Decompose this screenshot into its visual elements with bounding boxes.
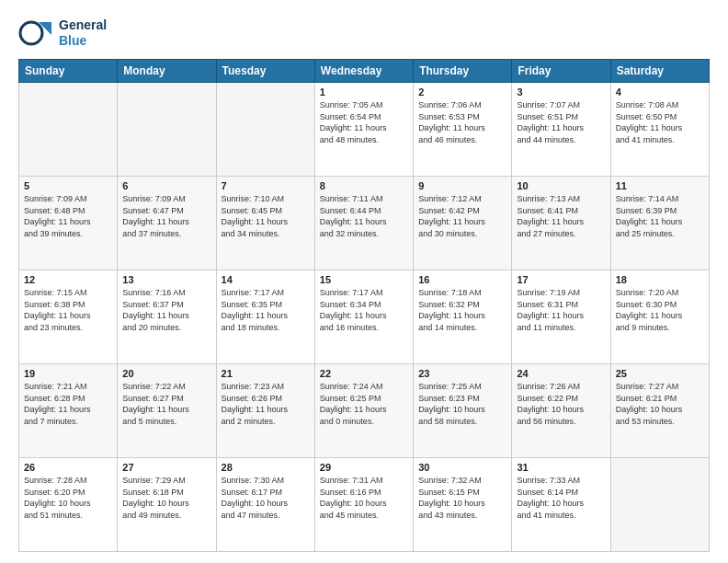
day-number: 10 — [517, 180, 605, 191]
day-number: 24 — [517, 368, 605, 379]
calendar-week-row: 26Sunrise: 7:28 AM Sunset: 6:20 PM Dayli… — [19, 458, 710, 552]
day-info: Sunrise: 7:07 AM Sunset: 6:51 PM Dayligh… — [517, 99, 605, 145]
day-info: Sunrise: 7:14 AM Sunset: 6:39 PM Dayligh… — [616, 193, 704, 239]
logo: GeneralBlue — [18, 15, 107, 52]
day-number: 6 — [122, 180, 210, 191]
page: GeneralBlue SundayMondayTuesdayWednesday… — [0, 0, 728, 563]
calendar-cell: 23Sunrise: 7:25 AM Sunset: 6:23 PM Dayli… — [414, 364, 512, 458]
day-number: 13 — [122, 274, 210, 285]
calendar-cell: 10Sunrise: 7:13 AM Sunset: 6:41 PM Dayli… — [512, 177, 610, 270]
calendar-cell: 14Sunrise: 7:17 AM Sunset: 6:35 PM Dayli… — [216, 270, 314, 364]
day-info: Sunrise: 7:05 AM Sunset: 6:54 PM Dayligh… — [320, 99, 408, 145]
day-info: Sunrise: 7:33 AM Sunset: 6:14 PM Dayligh… — [517, 475, 605, 521]
weekday-header-tuesday: Tuesday — [216, 60, 314, 83]
calendar-cell — [19, 83, 118, 177]
day-number: 15 — [320, 274, 408, 285]
calendar-cell: 22Sunrise: 7:24 AM Sunset: 6:25 PM Dayli… — [314, 364, 413, 458]
calendar-cell — [610, 458, 709, 552]
day-info: Sunrise: 7:23 AM Sunset: 6:26 PM Dayligh… — [222, 381, 310, 427]
day-number: 25 — [616, 368, 704, 379]
calendar-cell: 17Sunrise: 7:19 AM Sunset: 6:31 PM Dayli… — [512, 270, 610, 364]
day-number: 5 — [24, 180, 112, 191]
day-info: Sunrise: 7:19 AM Sunset: 6:31 PM Dayligh… — [517, 287, 605, 333]
day-number: 31 — [517, 462, 605, 473]
calendar-cell: 24Sunrise: 7:26 AM Sunset: 6:22 PM Dayli… — [512, 364, 610, 458]
calendar-cell: 18Sunrise: 7:20 AM Sunset: 6:30 PM Dayli… — [610, 270, 709, 364]
calendar-cell: 13Sunrise: 7:16 AM Sunset: 6:37 PM Dayli… — [118, 270, 216, 364]
day-number: 9 — [418, 180, 506, 191]
day-number: 11 — [616, 180, 704, 191]
svg-point-0 — [20, 22, 42, 44]
day-number: 20 — [122, 368, 210, 379]
day-info: Sunrise: 7:16 AM Sunset: 6:37 PM Dayligh… — [122, 287, 210, 333]
weekday-header-saturday: Saturday — [610, 60, 709, 83]
calendar-cell: 9Sunrise: 7:12 AM Sunset: 6:42 PM Daylig… — [414, 177, 512, 270]
logo-blue-text: Blue — [59, 33, 107, 49]
day-number: 29 — [320, 462, 408, 473]
day-info: Sunrise: 7:26 AM Sunset: 6:22 PM Dayligh… — [517, 381, 605, 427]
calendar-cell: 3Sunrise: 7:07 AM Sunset: 6:51 PM Daylig… — [512, 83, 610, 177]
logo-general-text: General — [59, 17, 107, 33]
logo-svg — [18, 15, 55, 52]
calendar-cell: 4Sunrise: 7:08 AM Sunset: 6:50 PM Daylig… — [610, 83, 709, 177]
day-info: Sunrise: 7:29 AM Sunset: 6:18 PM Dayligh… — [122, 475, 210, 521]
day-number: 2 — [418, 86, 506, 98]
calendar-cell: 1Sunrise: 7:05 AM Sunset: 6:54 PM Daylig… — [314, 83, 413, 177]
day-info: Sunrise: 7:17 AM Sunset: 6:35 PM Dayligh… — [222, 287, 310, 333]
day-number: 22 — [320, 368, 408, 379]
weekday-header-monday: Monday — [118, 60, 216, 83]
day-number: 16 — [418, 274, 506, 285]
day-info: Sunrise: 7:30 AM Sunset: 6:17 PM Dayligh… — [222, 475, 310, 521]
calendar-cell: 16Sunrise: 7:18 AM Sunset: 6:32 PM Dayli… — [414, 270, 512, 364]
calendar-cell: 30Sunrise: 7:32 AM Sunset: 6:15 PM Dayli… — [414, 458, 512, 552]
calendar-cell: 21Sunrise: 7:23 AM Sunset: 6:26 PM Dayli… — [216, 364, 314, 458]
day-info: Sunrise: 7:08 AM Sunset: 6:50 PM Dayligh… — [616, 99, 704, 145]
calendar-cell: 20Sunrise: 7:22 AM Sunset: 6:27 PM Dayli… — [118, 364, 216, 458]
day-number: 19 — [24, 368, 112, 379]
day-number: 21 — [222, 368, 310, 379]
day-info: Sunrise: 7:22 AM Sunset: 6:27 PM Dayligh… — [122, 381, 210, 427]
calendar-cell: 27Sunrise: 7:29 AM Sunset: 6:18 PM Dayli… — [118, 458, 216, 552]
calendar-cell: 11Sunrise: 7:14 AM Sunset: 6:39 PM Dayli… — [610, 177, 709, 270]
calendar-cell: 28Sunrise: 7:30 AM Sunset: 6:17 PM Dayli… — [216, 458, 314, 552]
calendar-cell — [118, 83, 216, 177]
day-info: Sunrise: 7:15 AM Sunset: 6:38 PM Dayligh… — [24, 287, 112, 333]
calendar-cell: 12Sunrise: 7:15 AM Sunset: 6:38 PM Dayli… — [19, 270, 118, 364]
calendar-cell: 26Sunrise: 7:28 AM Sunset: 6:20 PM Dayli… — [19, 458, 118, 552]
calendar-cell: 25Sunrise: 7:27 AM Sunset: 6:21 PM Dayli… — [610, 364, 709, 458]
header: GeneralBlue — [18, 15, 710, 52]
day-info: Sunrise: 7:24 AM Sunset: 6:25 PM Dayligh… — [320, 381, 408, 427]
calendar-cell: 31Sunrise: 7:33 AM Sunset: 6:14 PM Dayli… — [512, 458, 610, 552]
day-number: 18 — [616, 274, 704, 285]
day-info: Sunrise: 7:13 AM Sunset: 6:41 PM Dayligh… — [517, 193, 605, 239]
day-number: 27 — [122, 462, 210, 473]
day-number: 23 — [418, 368, 506, 379]
day-info: Sunrise: 7:09 AM Sunset: 6:47 PM Dayligh… — [122, 193, 210, 239]
day-info: Sunrise: 7:20 AM Sunset: 6:30 PM Dayligh… — [616, 287, 704, 333]
calendar-week-row: 1Sunrise: 7:05 AM Sunset: 6:54 PM Daylig… — [19, 83, 710, 177]
day-info: Sunrise: 7:09 AM Sunset: 6:48 PM Dayligh… — [24, 193, 112, 239]
calendar-week-row: 19Sunrise: 7:21 AM Sunset: 6:28 PM Dayli… — [19, 364, 710, 458]
weekday-header-sunday: Sunday — [19, 60, 118, 83]
day-number: 26 — [24, 462, 112, 473]
day-number: 30 — [418, 462, 506, 473]
weekday-header-wednesday: Wednesday — [314, 60, 413, 83]
calendar-cell: 2Sunrise: 7:06 AM Sunset: 6:53 PM Daylig… — [414, 83, 512, 177]
day-number: 7 — [222, 180, 310, 191]
calendar-cell: 5Sunrise: 7:09 AM Sunset: 6:48 PM Daylig… — [19, 177, 118, 270]
weekday-header-friday: Friday — [512, 60, 610, 83]
calendar-table: SundayMondayTuesdayWednesdayThursdayFrid… — [18, 59, 710, 552]
weekday-header-row: SundayMondayTuesdayWednesdayThursdayFrid… — [19, 60, 710, 83]
day-info: Sunrise: 7:27 AM Sunset: 6:21 PM Dayligh… — [616, 381, 704, 427]
day-number: 12 — [24, 274, 112, 285]
calendar-cell — [216, 83, 314, 177]
day-info: Sunrise: 7:12 AM Sunset: 6:42 PM Dayligh… — [418, 193, 506, 239]
day-number: 14 — [222, 274, 310, 285]
day-info: Sunrise: 7:28 AM Sunset: 6:20 PM Dayligh… — [24, 475, 112, 521]
day-number: 1 — [320, 86, 408, 98]
calendar-cell: 8Sunrise: 7:11 AM Sunset: 6:44 PM Daylig… — [314, 177, 413, 270]
calendar-week-row: 12Sunrise: 7:15 AM Sunset: 6:38 PM Dayli… — [19, 270, 710, 364]
day-info: Sunrise: 7:17 AM Sunset: 6:34 PM Dayligh… — [320, 287, 408, 333]
day-number: 8 — [320, 180, 408, 191]
calendar-cell: 15Sunrise: 7:17 AM Sunset: 6:34 PM Dayli… — [314, 270, 413, 364]
